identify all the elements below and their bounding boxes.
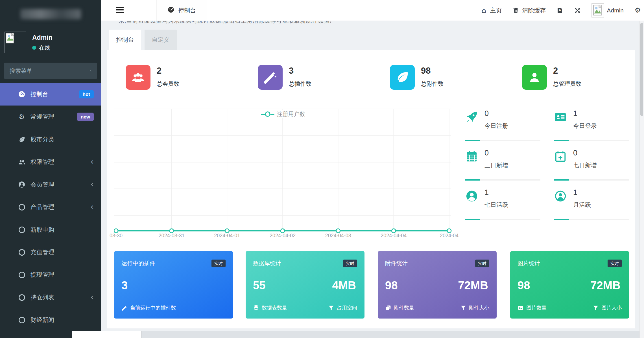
circle-icon: [18, 272, 26, 278]
sidebar-item-label: 充值管理: [30, 248, 54, 256]
search-input[interactable]: [4, 68, 90, 74]
realtime-badge: 实时: [608, 260, 622, 267]
chevron-left-icon: ‹: [90, 202, 94, 212]
card-title: 图片统计: [518, 260, 540, 267]
card-title: 附件统计: [385, 260, 408, 267]
users-icon: [18, 158, 26, 166]
page-bottom-strip: [101, 331, 640, 338]
home-link[interactable]: ⌂ 主页: [480, 6, 502, 14]
mini-stat-label: 七日新增: [573, 161, 597, 169]
mini-stat-progress: [465, 179, 540, 181]
navbar-tab-label: 控制台: [178, 6, 196, 14]
mini-stat-today-registered: 0 今日注册: [465, 109, 542, 141]
trash-icon: [512, 7, 519, 14]
svg-text:A: A: [559, 9, 561, 12]
calendar-icon: [465, 150, 479, 164]
mini-stat-value: 0: [484, 109, 508, 118]
clipped-notice-text: 亲,当前页面数据均为系统实时统计数据!点击右上角清除缓存可获取最新统计数据!: [119, 21, 542, 24]
realtime-badge: 实时: [475, 260, 489, 267]
vertical-scrollbar[interactable]: [639, 21, 644, 338]
chevron-left-icon: ‹: [90, 292, 94, 302]
registered-users-chart: 注册用户数 03-302024-03-312024-04-012024-04-0…: [114, 109, 452, 250]
sidebar-item-dashboard[interactable]: 控制台 hot: [0, 83, 101, 106]
sidebar-item-recharge[interactable]: 充值管理: [0, 241, 101, 264]
chart-x-axis-labels: 03-302024-03-312024-04-012024-04-022024-…: [114, 233, 452, 241]
tab-custom[interactable]: 自定义: [145, 30, 177, 50]
card-footer: 附件数量: [385, 304, 414, 311]
id-card-icon: [554, 111, 568, 125]
card-image-stats: 图片统计 实时 98 72MB 图片数量 图片大小: [510, 251, 629, 319]
circle-icon: [18, 317, 26, 323]
funnel-icon: [460, 305, 466, 311]
stat-total-admins: 2 总管理员数: [522, 65, 581, 90]
new-badge: new: [77, 113, 94, 121]
clear-cache-label: 清除缓存: [522, 6, 546, 14]
online-dot-icon: [32, 46, 36, 50]
image-icon: [518, 305, 524, 311]
sidebar-item-label: 提现管理: [30, 271, 54, 279]
sidebar-item-products[interactable]: 产品管理 ‹: [0, 196, 101, 218]
chart-legend[interactable]: 注册用户数: [259, 110, 307, 118]
stat-value: 98: [421, 66, 444, 76]
sidebar-item-general[interactable]: ⚙ 常规管理 new: [0, 106, 101, 128]
search-icon[interactable]: [90, 67, 91, 74]
realtime-badge: 实时: [211, 260, 226, 267]
language-switch[interactable]: A: [556, 7, 563, 14]
admin-dashboard: Admin 在线 控制台 hot ⚙ 常规管: [0, 0, 644, 338]
fullscreen-toggle[interactable]: [574, 7, 581, 14]
tab-dashboard[interactable]: 控制台: [109, 30, 141, 50]
chart-x-tick: 2024-03-31: [159, 233, 185, 239]
sidebar-item-finance-news[interactable]: 财经新闻: [0, 309, 101, 331]
scrollbar-thumb[interactable]: [640, 23, 643, 116]
chart-plot-area: [114, 109, 452, 242]
mini-stat-progress: [465, 140, 540, 141]
admin-user-menu[interactable]: Admin: [591, 3, 624, 17]
card-value2: 72MB: [458, 279, 488, 292]
dashboard-icon: [18, 91, 26, 98]
hamburger-menu-icon[interactable]: [116, 7, 124, 14]
card-footer: 图片数量: [518, 304, 547, 311]
rocket-icon: [465, 111, 479, 125]
magic-wand-icon: [258, 65, 283, 90]
sidebar-item-ipo[interactable]: 新股申购: [0, 218, 101, 241]
sidebar-item-stock-category[interactable]: 股市分类: [0, 128, 101, 151]
mini-stat-3day-new: 0 三日新增: [465, 149, 542, 181]
funnel-icon: [328, 305, 334, 311]
mini-stat-value: 1: [573, 188, 591, 197]
card-running-plugins: 运行中的插件 实时 3 当前运行中的插件数: [114, 251, 233, 319]
card-footer: 图片大小: [593, 304, 622, 311]
mini-stat-7day-new: 0 七日新增: [554, 149, 631, 181]
sidebar-item-positions[interactable]: 持仓列表 ‹: [0, 286, 101, 309]
logo-blurred-image: [20, 9, 81, 19]
mini-stat-today-login: 1 今日登录: [554, 109, 631, 141]
sidebar-item-label: 股市分类: [30, 135, 54, 143]
sidebar: Admin 在线 控制台 hot ⚙ 常规管: [0, 0, 101, 338]
user-circle-outline-icon: [554, 190, 568, 204]
navbar-tab-dashboard[interactable]: 控制台: [156, 0, 207, 21]
broken-image-icon: [6, 33, 14, 43]
mini-stat-progress: [554, 140, 629, 141]
admin-username: Admin: [607, 7, 624, 14]
sidebar-item-members[interactable]: 会员管理 ‹: [0, 173, 101, 196]
sidebar-item-permissions[interactable]: 权限管理 ‹: [0, 151, 101, 173]
sidebar-item-withdraw[interactable]: 提现管理: [0, 264, 101, 286]
card-attachment-stats: 附件统计 实时 98 72MB 附件数量 附件大小: [378, 251, 497, 319]
stat-value: 2: [553, 66, 581, 76]
stat-value: 2: [157, 66, 179, 76]
chevron-left-icon: ‹: [90, 179, 94, 189]
card-title: 运行中的插件: [121, 260, 155, 267]
sidebar-item-label: 会员管理: [30, 181, 54, 188]
card-value2: 72MB: [590, 279, 621, 292]
legend-label: 注册用户数: [277, 110, 305, 118]
chart-x-tick: 2024-04-04: [381, 233, 407, 239]
card-footer: 占用空间: [328, 304, 357, 311]
mini-stat-value: 0: [484, 149, 508, 157]
settings-menu[interactable]: ⚙: [634, 7, 641, 14]
home-label: 主页: [490, 6, 502, 14]
clear-cache-button[interactable]: 清除缓存: [512, 6, 546, 14]
sidebar-item-label: 权限管理: [30, 158, 54, 166]
menu-search: [4, 63, 97, 79]
user-status: 在线: [32, 44, 53, 52]
card-footer: 数据表数量: [253, 304, 287, 311]
stat-value: 3: [289, 66, 311, 76]
